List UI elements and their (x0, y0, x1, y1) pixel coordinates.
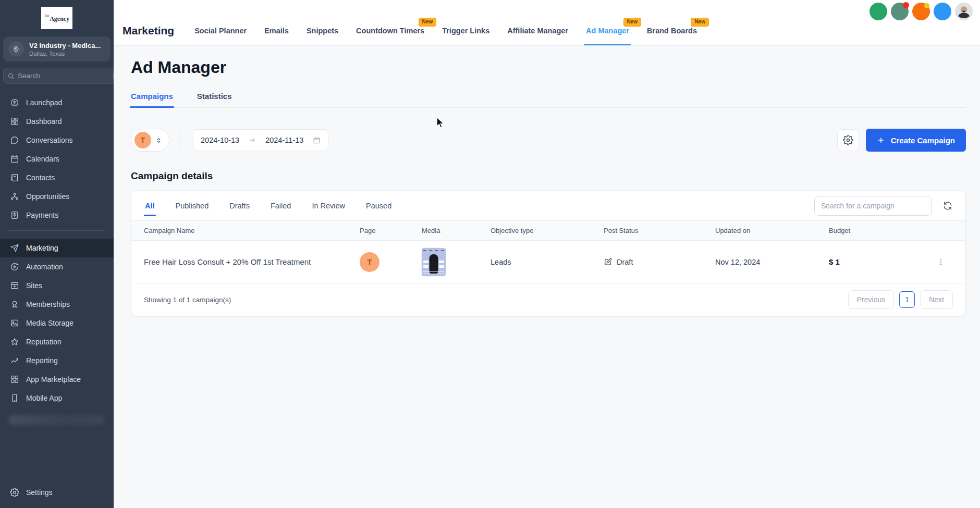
tab-brand-boards[interactable]: Brand BoardsNew (638, 16, 706, 45)
marketing-nav-title[interactable]: Marketing (123, 16, 186, 45)
tab-label: Ad Manager (586, 27, 629, 35)
sidebar-item-label: Conversations (26, 136, 73, 144)
refresh-icon[interactable] (942, 201, 953, 211)
status-avatar-teal[interactable] (891, 3, 909, 20)
tab-emails[interactable]: Emails (255, 16, 298, 45)
sidebar-item-contacts[interactable]: Contacts (0, 168, 114, 187)
sidebar-item-reputation[interactable]: Reputation (0, 332, 114, 351)
user-avatar[interactable] (955, 3, 973, 20)
sidebar-item-dashboard[interactable]: Dashboard (0, 112, 114, 131)
dashboard-icon (10, 117, 19, 126)
table-row[interactable]: Free Hair Loss Consult + 20% Off 1st Tre… (131, 241, 965, 283)
sidebar-item-memberships[interactable]: Memberships (0, 295, 114, 314)
memberships-icon (10, 300, 19, 309)
sidebar-item-label: Calendars (26, 155, 59, 163)
status-avatar-green[interactable] (869, 3, 887, 20)
sidebar-item-label: Settings (26, 488, 53, 497)
gear-icon (843, 135, 853, 145)
ad-account-select[interactable]: T (131, 129, 169, 152)
sidebar-item-label: App Marketplace (26, 375, 81, 383)
account-name: V2 Industry - Medica... (29, 42, 101, 49)
tab-social-planner[interactable]: Social Planner (186, 16, 255, 45)
sidebar-item-media-storage[interactable]: Media Storage (0, 314, 114, 332)
campaign-search-input[interactable] (814, 196, 932, 216)
campaign-settings-button[interactable] (837, 129, 859, 151)
sidebar-divider (8, 230, 105, 231)
column-page: Page (360, 227, 422, 234)
previous-page-button[interactable]: Previous (848, 290, 894, 309)
sidebar-item-label: Contacts (26, 174, 55, 182)
sidebar-item-automation[interactable]: Automation (0, 257, 114, 276)
sidebar-item-conversations[interactable]: Conversations (0, 131, 114, 150)
media-storage-icon (10, 318, 19, 328)
filter-failed[interactable]: Failed (270, 191, 292, 221)
filter-published[interactable]: Published (175, 191, 210, 221)
tab-countdown-timers[interactable]: Countdown TimersNew (347, 16, 433, 45)
header-avatars (869, 3, 973, 20)
sidebar-item-mobile-app[interactable]: Mobile App (0, 389, 114, 407)
sidebar-item-label: Launchpad (26, 98, 62, 107)
create-campaign-button[interactable]: Create Campaign (866, 129, 966, 152)
sidebar-item-marketing[interactable]: Marketing (0, 239, 114, 257)
sidebar-item-calendars[interactable]: Calendars (0, 150, 114, 168)
automation-icon (10, 262, 19, 271)
date-from: 2024-10-13 (201, 136, 239, 144)
tab-affiliate-manager[interactable]: Affiliate Manager (498, 16, 577, 45)
tab-label: Brand Boards (647, 27, 697, 35)
tab-trigger-links[interactable]: Trigger Links (433, 16, 498, 45)
sidebar-item-label: Sites (26, 281, 42, 290)
tab-ad-manager[interactable]: Ad ManagerNew (577, 16, 638, 45)
tab-campaigns[interactable]: Campaigns (131, 92, 173, 107)
status-avatar-orange[interactable] (912, 3, 930, 20)
payments-icon (10, 210, 19, 220)
campaign-name: Free Hair Loss Consult + 20% Off 1st Tre… (144, 257, 360, 266)
tab-snippets[interactable]: Snippets (298, 16, 347, 45)
sidebar-search-input[interactable] (18, 72, 110, 80)
ad-account-avatar: T (134, 132, 151, 148)
user-avatar-photo (955, 3, 973, 20)
table-header: Campaign Name Page Media Objective type … (131, 221, 965, 241)
filter-drafts[interactable]: Drafts (228, 191, 251, 221)
date-range-picker[interactable]: 2024-10-13 2024-11-13 (193, 129, 328, 151)
sidebar-item-app-marketplace[interactable]: App Marketplace (0, 370, 114, 389)
status-avatar-blue[interactable] (934, 3, 951, 20)
page-number-1[interactable]: 1 (899, 291, 915, 308)
sidebar-item-payments[interactable]: Payments (0, 206, 114, 225)
column-updated-on: Updated on (715, 227, 829, 234)
sidebar-item-label: Dashboard (26, 117, 62, 126)
row-menu-kebab-icon[interactable] (935, 256, 947, 268)
results-summary: Showing 1 of 1 campaign(s) (144, 296, 231, 304)
sidebar-item-redacted (8, 415, 105, 425)
table-footer: Showing 1 of 1 campaign(s) Previous 1 Ne… (131, 283, 965, 316)
campaign-details-card: All Published Drafts Failed In Review Pa… (131, 190, 966, 316)
sidebar-item-settings[interactable]: Settings (0, 482, 114, 503)
app-marketplace-icon (10, 375, 19, 384)
tab-statistics[interactable]: Statistics (197, 92, 232, 107)
media-thumbnail[interactable] (422, 248, 446, 276)
column-budget: Budget (829, 227, 928, 234)
sidebar-item-launchpad[interactable]: Launchpad (0, 93, 114, 112)
sidebar-item-opportunities[interactable]: Opportunities (0, 187, 114, 206)
sidebar: TheAgency V2 Industry - Medica... Dallas… (0, 0, 114, 508)
filter-in-review[interactable]: In Review (311, 191, 346, 221)
filter-all[interactable]: All (144, 191, 156, 221)
tab-label: Emails (264, 27, 289, 35)
logo-prefix: The (44, 14, 49, 17)
thumb-caption (423, 250, 444, 251)
arrow-right-icon (249, 137, 256, 144)
sidebar-item-sites[interactable]: Sites (0, 276, 114, 295)
tab-label: Affiliate Manager (507, 27, 568, 35)
objective-type: Leads (491, 258, 604, 266)
column-campaign-name: Campaign Name (144, 227, 360, 234)
account-switcher[interactable]: V2 Industry - Medica... Dallas, Texas (3, 36, 111, 61)
location-pin-icon (8, 41, 24, 57)
sidebar-item-reporting[interactable]: Reporting (0, 351, 114, 370)
campaign-filters: All Published Drafts Failed In Review Pa… (131, 191, 965, 221)
gear-icon (10, 488, 19, 497)
filter-paused[interactable]: Paused (365, 191, 393, 221)
page-tabs: Campaigns Statistics (131, 92, 966, 108)
marketing-icon (10, 243, 19, 253)
next-page-button[interactable]: Next (920, 290, 953, 309)
date-to: 2024-11-13 (265, 136, 303, 144)
sidebar-item-label: Reporting (26, 356, 58, 365)
